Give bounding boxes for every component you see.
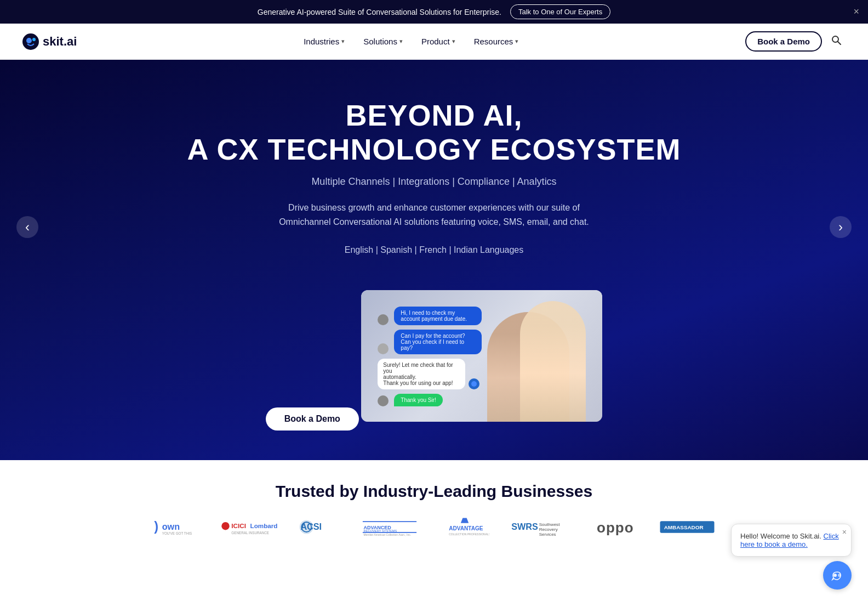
- logo-icon: [22, 33, 39, 50]
- skit-avatar: [469, 378, 479, 389]
- banner-message: Generative AI-powered Suite of Conversat…: [258, 8, 501, 16]
- advanced-recovery-logo-icon: ADVANCED RECOVERY SYSTEMS Member America…: [357, 517, 422, 537]
- svg-text:SWRS: SWRS: [511, 522, 538, 531]
- svg-text:Services: Services: [539, 532, 556, 537]
- client-logos-row: ) own YOU'VE GOT THIS ICICI Lombard GENE…: [33, 517, 835, 537]
- nav-item-product[interactable]: Product ▾: [414, 32, 463, 50]
- chat-popup-text: Hello! Welcome to Skit.ai.: [740, 532, 821, 540]
- banner-close-button[interactable]: ×: [853, 6, 859, 18]
- chat-bubble-3: Surely! Let me check that for youautomat…: [378, 359, 465, 389]
- chat-bubbles-overlay: Hi, I need to check my account payment d…: [378, 307, 482, 406]
- svg-text:Lombard: Lombard: [250, 522, 278, 529]
- chevron-down-icon: ▾: [341, 38, 345, 45]
- person2: [520, 301, 586, 422]
- chat-widget: × Hello! Welcome to Skit.ai. Click here …: [731, 524, 852, 553]
- logo-item-swrs: SWRS Southwest Recovery Services: [507, 517, 578, 537]
- chevron-down-icon: ▾: [399, 38, 403, 45]
- nav-item-solutions[interactable]: Solutions ▾: [356, 32, 410, 50]
- svg-text:ADVANTAGE: ADVANTAGE: [449, 525, 483, 531]
- chevron-down-icon: ▾: [452, 38, 455, 45]
- svg-text:AMBASSADOR: AMBASSADOR: [664, 524, 704, 530]
- carousel-prev-button[interactable]: ‹: [16, 216, 38, 238]
- hero-section: ‹ › BEYOND AI, A CX TECHNOLOGY ECOSYSTEM…: [0, 60, 868, 460]
- chat-avatar-1: [378, 314, 389, 325]
- svg-point-2: [32, 38, 36, 41]
- top-banner: Generative AI-powered Suite of Conversat…: [0, 0, 868, 24]
- logo-item-own: ) own YOU'VE GOT THIS: [151, 517, 200, 537]
- svg-text:Southwest: Southwest: [539, 522, 560, 527]
- svg-point-9: [221, 522, 229, 530]
- hero-image: Hi, I need to check my account payment d…: [361, 290, 602, 422]
- svg-text:oppo: oppo: [597, 519, 634, 536]
- nav-link-resources[interactable]: Resources ▾: [466, 32, 527, 50]
- svg-text:ICICI: ICICI: [231, 522, 246, 529]
- nav-links: Industries ▾ Solutions ▾ Product ▾ Resou…: [296, 32, 526, 50]
- svg-text:GENERAL INSURANCE: GENERAL INSURANCE: [231, 531, 269, 535]
- logo[interactable]: skit.ai: [22, 33, 77, 50]
- chat-popup-close-button[interactable]: ×: [842, 528, 847, 536]
- advantage-logo-icon: ADVANTAGE COLLECTION PROFESSIONALS: [440, 517, 489, 537]
- svg-text:RECOVERY SYSTEMS: RECOVERY SYSTEMS: [364, 529, 397, 533]
- svg-text:YOU'VE GOT THIS: YOU'VE GOT THIS: [162, 531, 192, 535]
- nav-link-solutions[interactable]: Solutions ▾: [356, 32, 410, 50]
- chevron-down-icon: ▾: [515, 38, 518, 45]
- navbar-book-demo-button[interactable]: Book a Demo: [745, 31, 822, 52]
- logo-item-advanced-recovery: ADVANCED RECOVERY SYSTEMS Member America…: [357, 517, 422, 537]
- chat-row-1: Hi, I need to check my account payment d…: [378, 307, 482, 325]
- ambassador-logo-icon: AMBASSADOR: [657, 517, 717, 537]
- svg-point-1: [26, 38, 32, 43]
- svg-text:Recovery: Recovery: [539, 527, 558, 532]
- svg-text:own: own: [162, 522, 180, 531]
- hero-subtitle: Multiple Channels | Integrations | Compl…: [22, 176, 846, 188]
- logo-item-advantage: ADVANTAGE COLLECTION PROFESSIONALS: [440, 517, 489, 537]
- svg-text:Member American Collection Ass: Member American Collection Assn., Inc.: [364, 534, 411, 536]
- navbar-actions: Book a Demo: [745, 31, 846, 52]
- chat-bubble-4: Thank you Sir!: [394, 394, 442, 406]
- search-icon: [831, 35, 842, 46]
- logo-item-ambassador: AMBASSADOR: [657, 517, 717, 537]
- nav-item-industries[interactable]: Industries ▾: [296, 32, 352, 50]
- carousel-next-button[interactable]: ›: [830, 216, 852, 238]
- skit-icon: [471, 381, 477, 387]
- chat-avatar-2: [378, 343, 389, 354]
- nav-link-industries[interactable]: Industries ▾: [296, 32, 352, 50]
- hero-description: Drive business growth and enhance custom…: [275, 201, 593, 229]
- icici-logo-icon: ICICI Lombard GENERAL INSURANCE: [218, 517, 278, 537]
- logo-item-oppo: oppo: [596, 517, 639, 537]
- svg-point-5: [471, 381, 477, 387]
- chat-avatar-3: [378, 395, 389, 406]
- chat-row-4: Thank you Sir!: [378, 394, 482, 406]
- trusted-title: Trusted by Industry-Leading Businesses: [33, 482, 835, 501]
- logo-item-acsi: ACSI: [295, 517, 339, 537]
- hero-image-placeholder: Hi, I need to check my account payment d…: [361, 290, 602, 422]
- search-icon-button[interactable]: [826, 32, 846, 50]
- navbar: skit.ai Industries ▾ Solutions ▾ Product…: [0, 24, 868, 60]
- chat-bubble-1: Hi, I need to check my account payment d…: [394, 307, 482, 325]
- hero-heading: BEYOND AI, A CX TECHNOLOGY ECOSYSTEM: [22, 98, 846, 166]
- hero-languages: English | Spanish | French | Indian Lang…: [22, 245, 846, 255]
- logo-text: skit.ai: [43, 35, 77, 49]
- svg-text:ACSI: ACSI: [300, 522, 322, 531]
- svg-line-4: [838, 42, 841, 45]
- chat-popup: × Hello! Welcome to Skit.ai. Click here …: [731, 524, 852, 553]
- oppo-logo-icon: oppo: [596, 517, 639, 537]
- swrs-logo-icon: SWRS Southwest Recovery Services: [507, 517, 578, 537]
- acsi-logo-icon: ACSI: [295, 517, 339, 537]
- logo-item-icici: ICICI Lombard GENERAL INSURANCE: [218, 517, 278, 537]
- svg-marker-21: [461, 518, 469, 523]
- chat-row-3: Surely! Let me check that for youautomat…: [378, 359, 482, 389]
- talk-experts-button[interactable]: Talk to One of Our Experts: [510, 4, 610, 19]
- chat-row-2: Can I pay for the account? Can you check…: [378, 330, 482, 354]
- nav-link-product[interactable]: Product ▾: [414, 32, 463, 50]
- nav-item-resources[interactable]: Resources ▾: [466, 32, 527, 50]
- svg-text:): ): [154, 519, 158, 534]
- hero-book-demo-button[interactable]: Book a Demo: [266, 407, 359, 431]
- own-logo-icon: ) own YOU'VE GOT THIS: [151, 517, 200, 537]
- svg-text:COLLECTION PROFESSIONALS: COLLECTION PROFESSIONALS: [449, 533, 489, 536]
- chat-bubble-2: Can I pay for the account? Can you check…: [394, 330, 482, 354]
